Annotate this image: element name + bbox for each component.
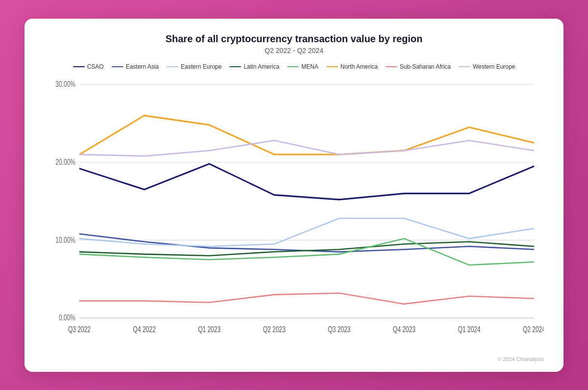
svg-text:30.00%: 30.00%	[55, 79, 75, 88]
legend-item: Eastern Europe	[167, 63, 221, 70]
legend-item: CSAO	[73, 63, 104, 70]
svg-text:Q2 2024: Q2 2024	[523, 325, 544, 334]
chart-title: Share of all cryptocurrency transaction …	[44, 33, 544, 45]
legend: CSAOEastern AsiaEastern EuropeLatin Amer…	[44, 63, 544, 70]
svg-text:Q2 2023: Q2 2023	[263, 325, 286, 334]
svg-text:Q1 2023: Q1 2023	[198, 325, 220, 334]
svg-text:0.00%: 0.00%	[59, 313, 75, 322]
legend-item: MENA	[287, 63, 318, 70]
svg-text:20.00%: 20.00%	[55, 157, 75, 166]
svg-text:Q3 2022: Q3 2022	[68, 325, 91, 334]
legend-item: Eastern Asia	[112, 63, 159, 70]
svg-text:Q1 2024: Q1 2024	[458, 325, 480, 334]
svg-text:Q4 2023: Q4 2023	[393, 325, 416, 334]
legend-item: Sub-Saharan Africa	[386, 63, 451, 70]
svg-text:Q4 2022: Q4 2022	[133, 325, 156, 334]
chart-card: Share of all cryptocurrency transaction …	[24, 19, 564, 372]
svg-text:Q3 2023: Q3 2023	[328, 325, 350, 334]
legend-item: North America	[326, 63, 378, 70]
svg-text:10.00%: 10.00%	[55, 235, 75, 244]
legend-item: Latin America	[229, 63, 279, 70]
chart-subtitle: Q2 2022 - Q2 2024	[44, 47, 544, 54]
legend-item: Western Europe	[459, 63, 515, 70]
footer: © 2024 Chainalysis	[44, 356, 544, 362]
chart-area: 0.00%10.00%20.00%30.00%Q3 2022Q4 2022Q1 …	[44, 78, 544, 353]
